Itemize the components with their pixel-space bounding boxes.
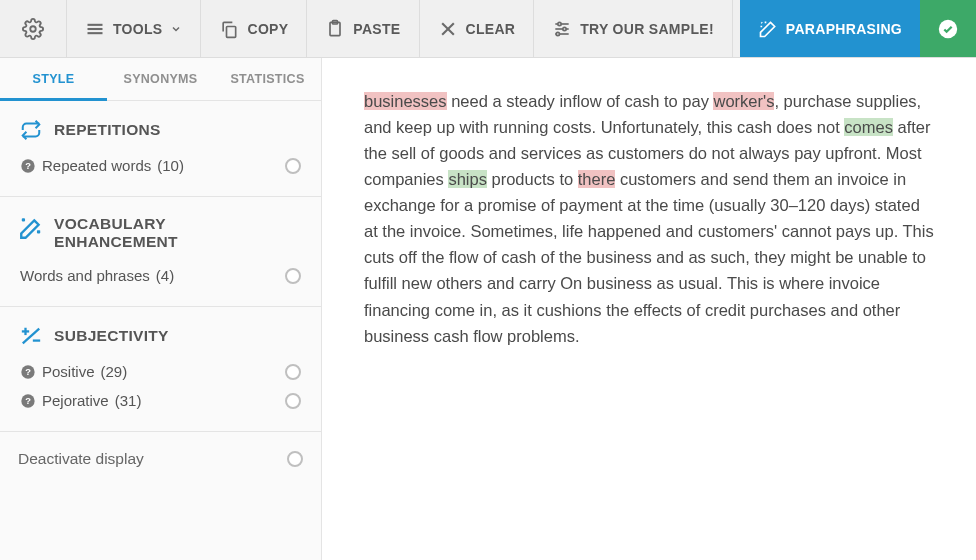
svg-point-13 (563, 27, 566, 30)
svg-text:?: ? (25, 396, 31, 406)
paste-label: PASTE (353, 21, 400, 37)
copy-icon (219, 19, 239, 39)
radio-positive[interactable] (285, 364, 301, 380)
magic-wand-icon (18, 215, 44, 241)
radio-words-phrases[interactable] (285, 268, 301, 284)
check-circle-icon (937, 18, 959, 40)
wand-icon (758, 19, 778, 39)
tab-statistics[interactable]: STATISTICS (214, 58, 321, 100)
clear-button[interactable]: CLEAR (420, 0, 535, 57)
chevron-down-icon (170, 23, 182, 35)
words-phrases-label: Words and phrases (20, 267, 150, 284)
row-pejorative[interactable]: ? Pejorative (31) (18, 386, 303, 415)
repeat-icon (18, 119, 44, 141)
radio-repeated-words[interactable] (285, 158, 301, 174)
highlighted-word[interactable]: there (578, 170, 616, 188)
clear-label: CLEAR (466, 21, 516, 37)
sliders-icon (552, 19, 572, 39)
paraphrase-label: PARAPHRASING (786, 21, 902, 37)
settings-button[interactable] (0, 0, 67, 57)
highlighted-word[interactable]: comes (844, 118, 893, 136)
row-positive[interactable]: ? Positive (29) (18, 357, 303, 386)
svg-point-0 (30, 26, 36, 32)
svg-rect-4 (227, 26, 236, 37)
highlighted-word[interactable]: businesses (364, 92, 447, 110)
vocab-title-2: ENHANCEMENT (54, 233, 178, 251)
sidebar: STYLE SYNONYMS STATISTICS REPETITIONS ? … (0, 58, 322, 560)
radio-pejorative[interactable] (285, 393, 301, 409)
words-phrases-count: (4) (156, 267, 174, 284)
radio-deactivate[interactable] (287, 451, 303, 467)
pejorative-count: (31) (115, 392, 142, 409)
help-icon: ? (20, 393, 36, 409)
confirm-button[interactable] (920, 0, 976, 57)
copy-label: COPY (247, 21, 288, 37)
svg-text:?: ? (25, 161, 31, 171)
plus-minus-icon (18, 325, 44, 347)
repeated-words-count: (10) (157, 157, 184, 174)
pejorative-label: Pejorative (42, 392, 109, 409)
highlighted-word[interactable]: ships (448, 170, 487, 188)
section-repetitions: REPETITIONS ? Repeated words (10) (0, 101, 321, 197)
help-icon: ? (20, 158, 36, 174)
svg-text:?: ? (25, 367, 31, 377)
vocab-title-1: VOCABULARY (54, 215, 178, 233)
toolbar: TOOLS COPY PASTE CLEAR TRY OUR SAMPLE! P… (0, 0, 976, 58)
help-icon: ? (20, 364, 36, 380)
positive-count: (29) (101, 363, 128, 380)
repeated-words-label: Repeated words (42, 157, 151, 174)
subjectivity-title: SUBJECTIVITY (54, 327, 169, 345)
deactivate-label: Deactivate display (18, 450, 144, 468)
tools-button[interactable]: TOOLS (67, 0, 201, 57)
try-sample-button[interactable]: TRY OUR SAMPLE! (534, 0, 733, 57)
sample-label: TRY OUR SAMPLE! (580, 21, 714, 37)
paste-icon (325, 19, 345, 39)
row-deactivate[interactable]: Deactivate display (0, 432, 321, 486)
repetitions-title: REPETITIONS (54, 121, 161, 139)
editor-content[interactable]: businesses need a steady inflow of cash … (322, 58, 976, 560)
copy-button[interactable]: COPY (201, 0, 307, 57)
paragraph-text: businesses need a steady inflow of cash … (364, 88, 934, 349)
highlighted-word[interactable]: worker's (713, 92, 774, 110)
section-subjectivity: SUBJECTIVITY ? Positive (29) ? Pejorativ… (0, 307, 321, 432)
gear-icon (22, 18, 44, 40)
row-repeated-words[interactable]: ? Repeated words (10) (18, 151, 303, 180)
tab-style[interactable]: STYLE (0, 58, 107, 101)
svg-point-14 (556, 32, 559, 35)
section-vocabulary: VOCABULARY ENHANCEMENT Words and phrases… (0, 197, 321, 307)
positive-label: Positive (42, 363, 95, 380)
close-icon (438, 19, 458, 39)
svg-point-12 (558, 22, 561, 25)
sidebar-tabs: STYLE SYNONYMS STATISTICS (0, 58, 321, 101)
tab-synonyms[interactable]: SYNONYMS (107, 58, 214, 100)
menu-icon (85, 19, 105, 39)
tools-label: TOOLS (113, 21, 162, 37)
paste-button[interactable]: PASTE (307, 0, 419, 57)
row-words-phrases[interactable]: Words and phrases (4) (18, 261, 303, 290)
paraphrasing-button[interactable]: PARAPHRASING (740, 0, 920, 57)
